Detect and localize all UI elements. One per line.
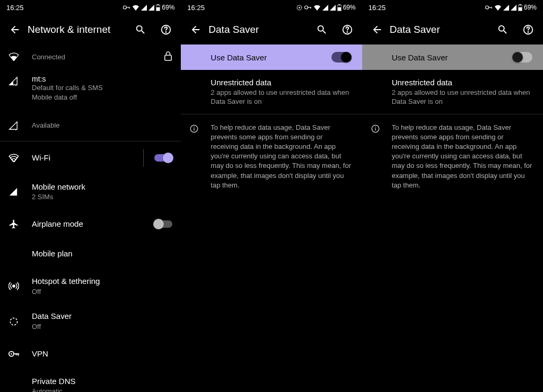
- mobile-plan-row[interactable]: Mobile plan: [0, 239, 181, 269]
- signal-sim1-icon: ×: [8, 76, 18, 86]
- unrestricted-sub: 2 apps allowed to use unrestricted data …: [392, 88, 532, 106]
- hotspot-label: Hotspot & tethering: [32, 276, 172, 287]
- signal-icon-2: [148, 5, 154, 11]
- status-bar: 16:25 69%: [362, 0, 543, 15]
- status-icons: 69%: [296, 4, 356, 11]
- data-saver-row[interactable]: Data Saver Off: [0, 304, 181, 338]
- status-time: 16:25: [6, 4, 24, 12]
- sim2-row[interactable]: × Available: [0, 109, 181, 141]
- svg-rect-8: [165, 55, 171, 60]
- svg-rect-36: [519, 7, 522, 10]
- battery-text: 69%: [343, 4, 356, 11]
- airplane-toggle[interactable]: [154, 220, 172, 228]
- mobile-network-row[interactable]: Mobile network 2 SIMs: [0, 174, 181, 209]
- app-bar: Data Saver: [362, 15, 543, 44]
- hotspot-row[interactable]: Hotspot & tethering Off: [0, 269, 181, 304]
- battery-text: 69%: [524, 4, 537, 11]
- wifi-icon: [8, 154, 19, 162]
- airplane-mode-row[interactable]: Airplane mode: [0, 209, 181, 239]
- panel-network-internet: 16:25 69% Network & internet Connected ×…: [0, 0, 181, 392]
- battery-text: 69%: [162, 4, 174, 11]
- svg-point-30: [194, 126, 195, 127]
- unrestricted-title: Unrestricted data: [392, 77, 532, 88]
- use-data-saver-toggle[interactable]: [331, 52, 352, 63]
- wifi-icon: [8, 52, 19, 61]
- wifi-connected-status: Connected: [32, 53, 161, 62]
- vpn-label: VPN: [32, 349, 172, 359]
- signal-icon-2: [511, 5, 516, 11]
- svg-rect-5: [156, 7, 160, 10]
- use-data-saver-row[interactable]: Use Data Saver: [181, 44, 362, 70]
- sim1-row[interactable]: × mt:s Default for calls & SMS Mobile da…: [0, 68, 181, 109]
- app-bar: Network & internet: [0, 15, 181, 44]
- settings-list: Connected × mt:s Default for calls & SMS…: [0, 44, 181, 392]
- wifi-connected-row[interactable]: Connected: [0, 44, 181, 68]
- sim1-sub1: Default for calls & SMS: [32, 84, 172, 93]
- wifi-icon: [132, 5, 139, 11]
- private-dns-row[interactable]: Private DNS Automatic: [0, 369, 181, 392]
- svg-rect-22: [310, 7, 311, 8]
- svg-point-12: [13, 285, 15, 287]
- status-time: 16:25: [187, 4, 205, 12]
- sim1-name: mt:s: [32, 75, 172, 83]
- svg-point-0: [124, 6, 127, 9]
- status-bar: 16:25 69%: [0, 0, 181, 15]
- svg-rect-18: [16, 353, 17, 355]
- data-saver-label: Data Saver: [32, 311, 172, 322]
- data-saver-icon: [8, 316, 19, 327]
- svg-rect-29: [194, 128, 195, 130]
- svg-rect-25: [337, 7, 340, 10]
- lock-icon: [164, 51, 172, 61]
- airplane-icon: [8, 219, 19, 229]
- battery-icon: [337, 4, 341, 11]
- svg-rect-33: [491, 7, 492, 8]
- back-button[interactable]: [364, 17, 390, 42]
- hotspot-icon: [8, 281, 19, 291]
- page-title: Data Saver: [390, 24, 490, 35]
- search-button[interactable]: [309, 17, 335, 42]
- svg-point-38: [528, 32, 528, 32]
- mobile-network-label: Mobile network: [32, 182, 172, 192]
- unrestricted-data-row[interactable]: Unrestricted data 2 apps allowed to use …: [362, 70, 543, 114]
- svg-point-20: [304, 6, 308, 9]
- svg-rect-17: [17, 353, 19, 356]
- help-button[interactable]: [335, 17, 360, 42]
- airplane-label: Airplane mode: [32, 219, 150, 229]
- info-text: To help reduce data usage, Data Saver pr…: [211, 123, 351, 190]
- wifi-toggle[interactable]: [154, 154, 172, 162]
- search-button[interactable]: [128, 17, 153, 42]
- status-icons: 69%: [485, 4, 537, 11]
- svg-rect-40: [375, 128, 376, 130]
- wifi-icon: [313, 5, 321, 11]
- unrestricted-data-row[interactable]: Unrestricted data 2 apps allowed to use …: [181, 70, 362, 114]
- private-dns-label: Private DNS: [32, 376, 172, 387]
- data-saver-status-icon: [296, 4, 303, 11]
- unrestricted-title: Unrestricted data: [211, 77, 351, 88]
- signal-icon-1: [322, 5, 328, 11]
- info-row: To help reduce data usage, Data Saver pr…: [362, 114, 543, 199]
- wifi-row[interactable]: Wi-Fi: [0, 141, 181, 174]
- divider: [143, 149, 144, 167]
- status-bar: 16:25 69%: [181, 0, 362, 15]
- sim2-status: Available: [32, 121, 172, 130]
- help-button[interactable]: [515, 17, 541, 42]
- use-data-saver-toggle[interactable]: [512, 52, 532, 63]
- use-data-saver-row[interactable]: Use Data Saver: [362, 44, 543, 70]
- svg-point-15: [11, 353, 12, 354]
- wifi-icon: [494, 5, 502, 11]
- app-bar: Data Saver: [181, 15, 362, 44]
- vpn-key-icon: [123, 5, 130, 10]
- back-button[interactable]: [2, 17, 28, 42]
- vpn-row[interactable]: VPN: [0, 339, 181, 369]
- wifi-label: Wi-Fi: [32, 153, 137, 163]
- battery-icon: [518, 4, 522, 11]
- help-button[interactable]: [153, 17, 179, 42]
- page-title: Data Saver: [208, 24, 309, 35]
- signal-icon-2: [330, 5, 336, 11]
- search-button[interactable]: [490, 17, 515, 42]
- svg-point-27: [347, 32, 347, 32]
- svg-text:×: ×: [15, 127, 17, 130]
- back-button[interactable]: [183, 17, 208, 42]
- private-dns-sub: Automatic: [32, 387, 172, 392]
- status-time: 16:25: [369, 4, 386, 12]
